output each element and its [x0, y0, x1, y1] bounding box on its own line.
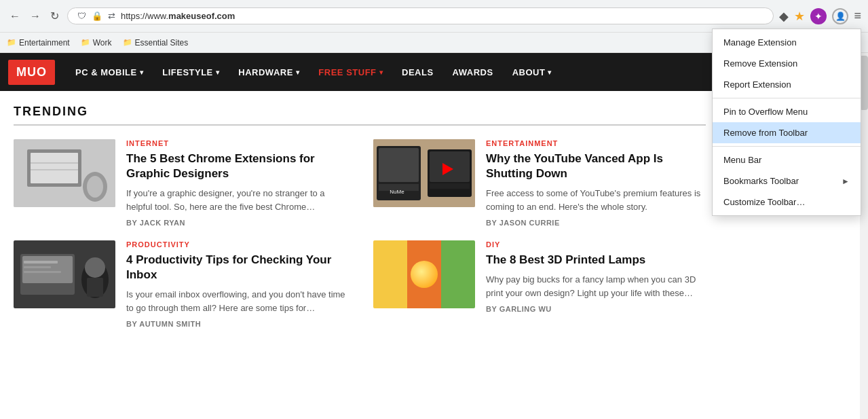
svg-point-6 — [87, 176, 103, 198]
article-thumbnail[interactable] — [14, 139, 115, 207]
svg-rect-22 — [24, 271, 61, 273]
article-info: INTERNET The 5 Best Chrome Extensions fo… — [126, 139, 346, 227]
ctx-report-extension[interactable]: Report Extension — [713, 74, 861, 95]
nav-deals[interactable]: DEALS — [392, 53, 443, 91]
article-category: DIY — [486, 240, 706, 249]
article-thumbnail[interactable]: NuMe — [373, 139, 475, 207]
article-info: PRODUCTIVITY 4 Productivity Tips for Che… — [126, 240, 346, 328]
article-author: BY GARLING WU — [486, 305, 706, 313]
browser-bar: ← → ↻ 🛡 🔒 ⇄ https://www.makeuseof.com ◆ … — [0, 0, 868, 33]
nav-hardware[interactable]: HARDWARE ▾ — [229, 53, 309, 91]
ctx-manage-extension[interactable]: Manage Extension — [713, 32, 861, 53]
article-author: BY AUTUMN SMITH — [126, 320, 346, 328]
folder-icon: 📁 — [123, 38, 132, 47]
bookmark-entertainment[interactable]: 📁 Entertainment — [7, 38, 70, 48]
chevron-down-icon: ▾ — [216, 69, 220, 76]
back-button[interactable]: ← — [7, 7, 23, 25]
forward-button[interactable]: → — [27, 7, 43, 25]
article-info: DIY The 8 Best 3D Printed Lamps Why pay … — [486, 240, 706, 313]
article-title[interactable]: Why the YouTube Vanced App Is Shutting D… — [486, 151, 706, 181]
nav-awards[interactable]: AWARDS — [443, 53, 503, 91]
svg-rect-16 — [430, 190, 470, 196]
bookmark-entertainment-label: Entertainment — [19, 38, 70, 48]
svg-rect-9 — [379, 148, 419, 182]
ctx-bookmarks-toolbar[interactable]: Bookmarks Toolbar ► — [713, 170, 861, 192]
refresh-button[interactable]: ↻ — [48, 7, 62, 25]
article-author: BY JACK RYAN — [126, 219, 346, 227]
chevron-down-icon: ▾ — [140, 69, 144, 76]
star-icon[interactable]: ★ — [794, 9, 805, 24]
article-thumbnail[interactable] — [14, 240, 115, 308]
nav-lifestyle[interactable]: LIFESTYLE ▾ — [153, 53, 229, 91]
chevron-down-icon: ▾ — [296, 69, 300, 76]
pocket-icon[interactable]: ◆ — [779, 9, 789, 24]
svg-text:NuMe: NuMe — [390, 189, 404, 195]
svg-rect-20 — [24, 261, 58, 263]
address-bar[interactable]: 🛡 🔒 ⇄ https://www.makeuseof.com — [67, 7, 774, 24]
article-author: BY JASON CURRIE — [486, 219, 706, 227]
ctx-menu-bar[interactable]: Menu Bar — [713, 149, 861, 170]
bookmark-work[interactable]: 📁 Work — [81, 38, 112, 48]
article-info: ENTERTAINMENT Why the YouTube Vanced App… — [486, 139, 706, 227]
svg-rect-2 — [31, 153, 78, 183]
article-category: PRODUCTIVITY — [126, 240, 346, 249]
svg-rect-13 — [430, 151, 470, 182]
svg-point-24 — [85, 257, 105, 278]
article-title[interactable]: The 5 Best Chrome Extensions for Graphic… — [126, 151, 346, 181]
svg-rect-21 — [24, 266, 51, 268]
extensions-icon[interactable]: ✦ — [810, 8, 827, 24]
svg-rect-25 — [87, 278, 103, 297]
article-thumbnail[interactable] — [373, 240, 475, 308]
menu-icon[interactable]: ≡ — [854, 9, 861, 23]
article-excerpt: Why pay big bucks for a fancy lamp when … — [486, 273, 706, 299]
article-excerpt: Free access to some of YouTube's premium… — [486, 187, 706, 213]
nav-pc-mobile[interactable]: PC & MOBILE ▾ — [66, 53, 153, 91]
chevron-right-icon: ► — [842, 177, 850, 186]
nav-buttons: ← → ↻ — [7, 7, 62, 25]
article-category: INTERNET — [126, 139, 346, 147]
article-excerpt: Is your email inbox overflowing, and you… — [126, 288, 346, 314]
article-card: INTERNET The 5 Best Chrome Extensions fo… — [14, 139, 346, 227]
ctx-customize-toolbar[interactable]: Customize Toolbar… — [713, 192, 861, 213]
bookmark-essential-label: Essential Sites — [135, 38, 189, 48]
folder-icon: 📁 — [81, 38, 90, 47]
article-category: ENTERTAINMENT — [486, 139, 706, 147]
svg-rect-19 — [22, 256, 73, 283]
site-logo[interactable]: MUO — [8, 60, 55, 85]
svg-rect-15 — [430, 183, 470, 189]
main-content: TRENDING INTERNET — [0, 91, 719, 342]
article-card: NuMe ENTERTAINMENT Why the YouTube Vance… — [373, 139, 706, 227]
folder-icon: 📁 — [7, 38, 16, 47]
article-title[interactable]: 4 Productivity Tips for Checking Your In… — [126, 253, 346, 283]
chevron-down-icon: ▾ — [379, 69, 383, 76]
articles-grid: INTERNET The 5 Best Chrome Extensions fo… — [14, 139, 706, 328]
context-menu-divider — [713, 146, 861, 147]
ctx-remove-extension[interactable]: Remove Extension — [713, 53, 861, 74]
ctx-remove-toolbar[interactable]: Remove from Toolbar — [713, 122, 861, 143]
bookmark-work-label: Work — [93, 38, 112, 48]
context-menu: Manage Extension Remove Extension Report… — [712, 29, 861, 216]
article-card: DIY The 8 Best 3D Printed Lamps Why pay … — [373, 240, 706, 328]
context-menu-divider — [713, 98, 861, 98]
article-title[interactable]: The 8 Best 3D Printed Lamps — [486, 253, 706, 268]
chevron-down-icon: ▾ — [548, 69, 552, 76]
profile-icon[interactable]: 👤 — [832, 8, 848, 24]
nav-free-stuff[interactable]: FREE STUFF ▾ — [309, 53, 392, 91]
bookmark-essential[interactable]: 📁 Essential Sites — [123, 38, 189, 48]
article-card: PRODUCTIVITY 4 Productivity Tips for Che… — [14, 240, 346, 328]
browser-icons: ◆ ★ ✦ 👤 ≡ — [779, 8, 861, 24]
nav-about[interactable]: ABOUT ▾ — [503, 53, 561, 91]
article-excerpt: If you're a graphic designer, you're no … — [126, 187, 346, 213]
url-text: https://www.makeuseof.com — [121, 11, 235, 21]
trending-label: TRENDING — [14, 105, 706, 126]
ctx-pin-overflow[interactable]: Pin to Overflow Menu — [713, 101, 861, 122]
